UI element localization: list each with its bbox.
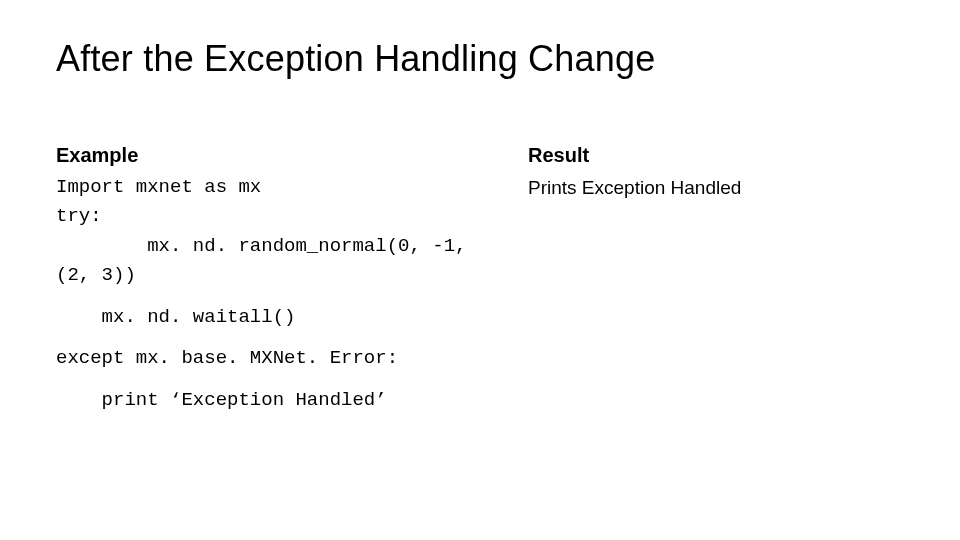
code-line: except mx. base. MXNet. Error: <box>56 344 496 373</box>
result-text: Prints Exception Handled <box>528 173 904 202</box>
example-column: Example Import mxnet as mx try: mx. nd. … <box>56 144 496 415</box>
code-line: mx. nd. waitall() <box>56 303 496 332</box>
code-line: mx. nd. random_normal(0, -1, (2, 3)) <box>56 232 496 291</box>
columns: Example Import mxnet as mx try: mx. nd. … <box>56 144 904 415</box>
code-line: Import mxnet as mx <box>56 173 496 202</box>
example-heading: Example <box>56 144 496 167</box>
code-line: try: <box>56 202 496 231</box>
slide: After the Exception Handling Change Exam… <box>0 0 960 540</box>
slide-title: After the Exception Handling Change <box>56 38 904 80</box>
result-column: Result Prints Exception Handled <box>520 144 904 415</box>
result-heading: Result <box>528 144 904 167</box>
code-line: print ‘Exception Handled’ <box>56 386 496 415</box>
